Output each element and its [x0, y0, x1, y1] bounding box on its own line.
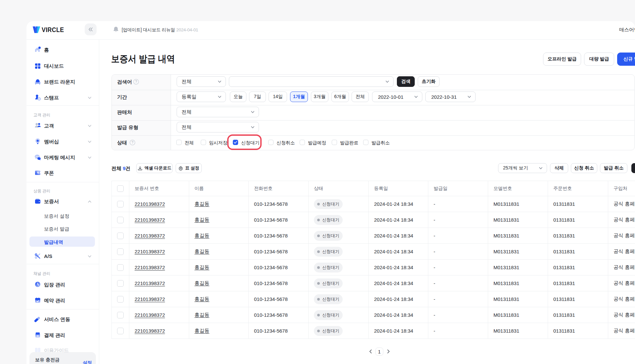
- svg-text:?: ?: [132, 141, 134, 144]
- svg-text:?: ?: [135, 80, 137, 84]
- svg-text:w: w: [36, 334, 39, 337]
